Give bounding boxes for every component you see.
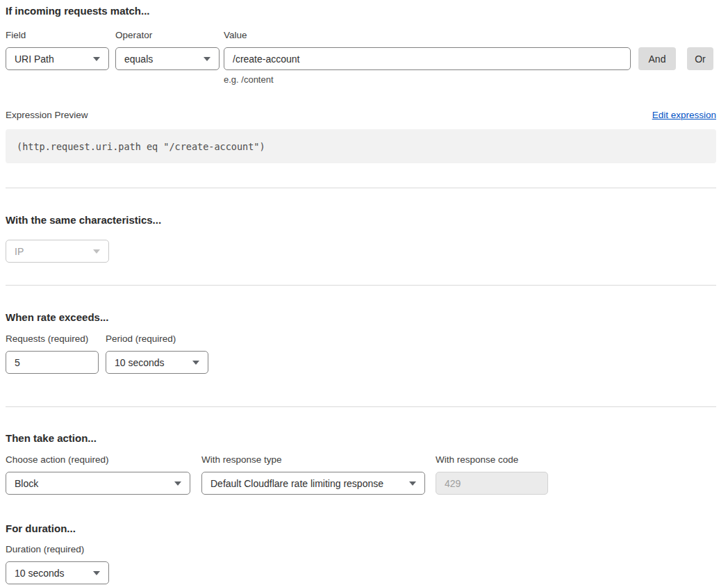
choose-action-label: Choose action (required) [6,455,190,464]
field-select-value: URI Path [15,53,54,65]
choose-action-select-value: Block [15,478,38,489]
or-button[interactable]: Or [687,47,713,70]
operator-label: Operator [115,31,220,40]
value-column: Value e.g. /content [224,31,631,85]
section-divider [6,188,716,188]
section-heading-match: If incoming requests match... [6,6,716,16]
characteristic-select-value: IP [15,246,24,257]
rate-limiting-rule-form: If incoming requests match... Field URI … [0,0,728,585]
response-type-select-value: Default Cloudflare rate limiting respons… [210,478,383,489]
duration-fields-row: Duration (required) 10 seconds [6,545,716,584]
section-heading-duration: For duration... [6,523,716,534]
period-select[interactable]: 10 seconds [106,351,208,374]
chevron-down-icon [409,481,416,486]
response-code-label: With response code [436,455,548,464]
match-fields-row: Field URI Path Operator equals Value e.g… [6,31,716,85]
response-code-column: With response code [436,455,548,495]
choose-action-column: Choose action (required) Block [6,455,190,495]
response-type-label: With response type [201,455,425,464]
value-label: Value [224,31,631,40]
chevron-down-icon [192,361,199,365]
requests-column: Requests (required) [6,334,99,374]
expression-code: (http.request.uri.path eq "/create-accou… [17,141,265,152]
chevron-down-icon [93,249,100,254]
duration-column: Duration (required) 10 seconds [6,545,109,584]
section-heading-rate: When rate exceeds... [6,312,716,322]
operator-column: Operator equals [115,31,220,70]
field-label: Field [6,31,109,40]
section-divider [6,406,716,407]
choose-action-select[interactable]: Block [6,472,190,495]
period-select-value: 10 seconds [115,357,165,368]
duration-label: Duration (required) [6,545,109,554]
chevron-down-icon [93,57,100,61]
period-label: Period (required) [106,334,208,343]
field-select[interactable]: URI Path [6,47,109,70]
period-column: Period (required) 10 seconds [106,334,208,374]
chevron-down-icon [174,481,181,486]
value-helper-text: e.g. /content [224,74,631,85]
duration-select[interactable]: 10 seconds [6,561,109,584]
response-type-column: With response type Default Cloudflare ra… [201,455,425,495]
rate-fields-row: Requests (required) Period (required) 10… [6,334,716,374]
requests-input[interactable] [6,351,99,374]
chevron-down-icon [204,57,210,61]
characteristic-select: IP [6,240,109,263]
section-divider [6,285,716,286]
duration-select-value: 10 seconds [15,568,65,579]
and-button[interactable]: And [638,47,676,70]
operator-select-value: equals [124,53,153,65]
edit-expression-link[interactable]: Edit expression [652,110,716,120]
field-column: Field URI Path [6,31,109,70]
requests-label: Requests (required) [6,334,99,343]
response-code-input [436,472,548,495]
section-heading-action: Then take action... [6,433,716,443]
expression-preview-header: Expression Preview Edit expression [6,110,716,120]
chevron-down-icon [93,571,100,575]
expression-preview-label: Expression Preview [6,110,88,120]
response-type-select[interactable]: Default Cloudflare rate limiting respons… [201,472,425,495]
value-input[interactable] [224,47,631,70]
section-heading-characteristics: With the same characteristics... [6,215,716,225]
action-fields-row: Choose action (required) Block With resp… [6,455,716,495]
expression-preview-box: (http.request.uri.path eq "/create-accou… [6,129,716,163]
operator-select[interactable]: equals [115,47,220,70]
